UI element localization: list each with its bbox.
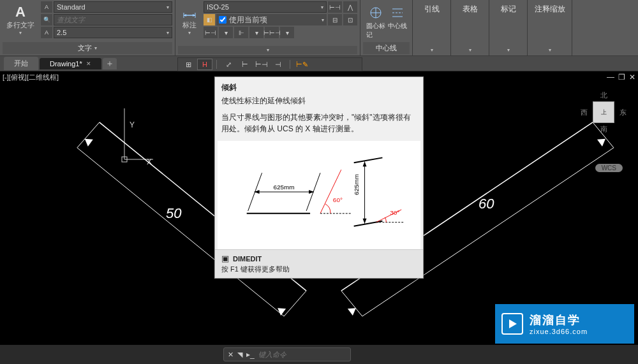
- dimension-button[interactable]: 标注 ▾: [178, 1, 201, 38]
- dim-home-icon[interactable]: ⊞: [181, 59, 196, 70]
- dim-oblique-icon[interactable]: H: [197, 59, 212, 70]
- centerline-button[interactable]: 中心线: [388, 4, 407, 40]
- dim-textangle-icon[interactable]: ⤢: [221, 59, 236, 70]
- dimension-panel: 标注 ▾ ISO-25▾ ⊢⊣ ⋀ ◧ 使用当前项 ▾: [175, 0, 360, 55]
- play-icon: [501, 313, 523, 335]
- dimension-60: 60: [478, 196, 494, 212]
- find-text-input[interactable]: [54, 14, 172, 25]
- dim-misc2-icon[interactable]: ⋀: [343, 1, 357, 13]
- cmd-history-icon[interactable]: ◥: [237, 351, 242, 359]
- svg-line-36: [320, 170, 341, 214]
- quick-dim-caret[interactable]: ▾: [249, 27, 263, 38]
- height-icon: A: [41, 27, 52, 38]
- svg-text:Y: Y: [130, 120, 135, 129]
- tooltip-title: 倾斜: [215, 77, 423, 96]
- svg-marker-4: [193, 14, 195, 17]
- mark-panel[interactable]: 标记 ▾: [489, 0, 528, 55]
- textstyle-dropdown[interactable]: Standard▾: [54, 1, 172, 13]
- dim-left-icon[interactable]: ⊢: [237, 59, 253, 70]
- cmd-prompt-icon: ▸_: [246, 350, 255, 359]
- ribbon: A 多行文字 ▾ A Standard▾ 🔍 A: [0, 0, 638, 56]
- command-icon: ▣: [221, 254, 229, 263]
- minimize-icon[interactable]: —: [607, 73, 614, 82]
- mtext-button[interactable]: A 多行文字 ▾: [3, 1, 38, 38]
- watermark: 溜溜自学 zixue.3d66.com: [495, 304, 634, 344]
- linear-dim-icon[interactable]: ⊢⊣: [204, 27, 218, 38]
- use-current-checkbox[interactable]: 使用当前项 ▾: [216, 14, 327, 25]
- command-name: DIMEDIT: [233, 255, 262, 263]
- command-line[interactable]: ✕ ◥ ▸_: [223, 347, 351, 361]
- svg-marker-26: [348, 308, 356, 316]
- close-icon[interactable]: ✕: [86, 61, 91, 67]
- quick-dim-icon[interactable]: ⊩: [234, 27, 248, 38]
- dim-tog2-icon[interactable]: ⊡: [343, 14, 357, 25]
- svg-text:30°: 30°: [390, 209, 399, 216]
- text-panel: A 多行文字 ▾ A Standard▾ 🔍 A: [0, 0, 175, 55]
- svg-line-19: [284, 291, 306, 316]
- svg-marker-28: [509, 319, 517, 328]
- wcs-tag[interactable]: WCS: [595, 164, 623, 172]
- svg-marker-3: [184, 14, 186, 17]
- close-viewport-icon[interactable]: ✕: [629, 73, 635, 82]
- svg-line-40: [354, 221, 383, 226]
- svg-marker-21: [278, 308, 286, 316]
- table-panel[interactable]: 表格 ▾: [451, 0, 489, 55]
- dim-edit-toolbar: ⊞ H ⤢ ⊢ ⊢⊣ ⊣ ⊢✎: [177, 57, 362, 71]
- viewport-label[interactable]: [-][俯视][二维线框]: [3, 73, 59, 82]
- dim-misc1-icon[interactable]: ⊢⊣: [328, 1, 342, 13]
- text-panel-title[interactable]: 文字▾: [3, 42, 172, 54]
- new-tab-button[interactable]: ＋: [103, 58, 117, 69]
- svg-marker-33: [309, 190, 314, 194]
- svg-marker-27: [597, 139, 605, 147]
- dim-tog1-icon[interactable]: ⊟: [328, 14, 342, 25]
- tooltip-help: 按 F1 键获得更多帮助: [221, 265, 417, 274]
- svg-line-39: [354, 157, 383, 163]
- ucs-icon: Y X: [118, 102, 156, 166]
- search-icon: 🔍: [41, 14, 52, 25]
- tooltip-subtitle: 使线性标注的延伸线倾斜: [215, 96, 423, 112]
- textstyle-icon: A: [41, 1, 52, 13]
- cmd-close-icon[interactable]: ✕: [228, 351, 234, 359]
- svg-line-18: [77, 122, 100, 148]
- svg-line-24: [341, 291, 362, 316]
- svg-text:60°: 60°: [333, 196, 343, 203]
- svg-marker-20: [85, 139, 93, 147]
- leader-panel[interactable]: 引线 ▾: [413, 0, 451, 55]
- height-dropdown[interactable]: 2.5▾: [54, 27, 172, 38]
- centermark-button[interactable]: 圆心标记: [366, 4, 385, 40]
- svg-marker-43: [363, 219, 367, 224]
- layer-color-icon: ◧: [204, 14, 215, 25]
- tooltip: 倾斜 使线性标注的延伸线倾斜 当尺寸界线与图形的其他要素冲突时，"倾斜"选项将很…: [214, 76, 424, 279]
- continue-dim-icon[interactable]: ⊢⊢⊣: [265, 27, 279, 38]
- tab-drawing1[interactable]: Drawing1* ✕: [40, 58, 101, 69]
- dim-override-icon[interactable]: ⊢✎: [294, 59, 309, 70]
- dimension-50: 50: [166, 205, 181, 222]
- dim-center-icon[interactable]: ⊢⊣: [254, 59, 269, 70]
- linear-dim-caret[interactable]: ▾: [219, 27, 233, 38]
- svg-text:625mm: 625mm: [273, 184, 294, 191]
- viewcube[interactable]: 北 西 上 东 南: [581, 91, 627, 134]
- svg-text:X: X: [147, 157, 152, 166]
- tab-start[interactable]: 开始: [4, 57, 38, 70]
- continue-dim-caret[interactable]: ▾: [280, 27, 294, 38]
- statusbar: ✕ ◥ ▸_: [0, 345, 638, 364]
- dimstyle-dropdown[interactable]: ISO-25▾: [204, 1, 327, 13]
- centerline-panel: 圆心标记 中心线 中心线: [360, 0, 413, 55]
- dim-right-icon[interactable]: ⊣: [271, 59, 286, 70]
- svg-marker-42: [363, 161, 367, 166]
- restore-icon[interactable]: ❐: [618, 73, 625, 82]
- centerline-panel-title: 中心线: [363, 42, 410, 54]
- dim-panel-expand[interactable]: ▾: [178, 46, 357, 54]
- svg-text:625mm: 625mm: [353, 174, 360, 195]
- svg-marker-32: [255, 190, 260, 194]
- tooltip-diagram: 625mm 60° 625mm 30°: [218, 141, 420, 249]
- annoscale-panel[interactable]: 注释缩放 ▾: [528, 0, 572, 55]
- tooltip-body: 当尺寸界线与图形的其他要素冲突时，"倾斜"选项将很有用处。倾斜角从 UCS 的 …: [215, 112, 423, 141]
- command-input[interactable]: [258, 351, 347, 358]
